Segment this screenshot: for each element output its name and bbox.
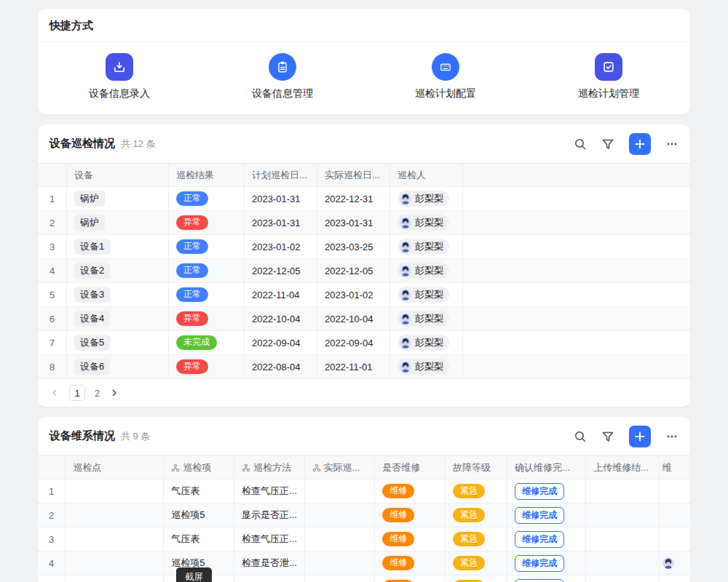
result-cell[interactable]: 正常 [169, 235, 245, 258]
table-row[interactable]: 8 设备6 异常 2022-08-04 2022-11-01 彭梨梨 [38, 355, 690, 379]
add-record-button[interactable] [629, 426, 651, 447]
actual-date-cell[interactable]: 2022-09-04 [317, 331, 390, 354]
table-row[interactable]: 1 气压表 检查气压正... 维修 紧急 维修完成 [38, 479, 690, 503]
result-cell[interactable]: 正常 [169, 259, 245, 282]
point-cell[interactable] [66, 527, 164, 551]
method-cell[interactable]: 检查是否泄... [234, 551, 305, 575]
device-cell[interactable]: 设备6 [67, 355, 169, 378]
column-header-actual[interactable]: 实际巡... [305, 456, 376, 479]
method-cell[interactable]: 显示是否正... [234, 503, 305, 527]
actual-cell[interactable] [305, 503, 376, 527]
device-cell[interactable]: 设备2 [67, 259, 169, 282]
device-cell[interactable]: 锅炉 [67, 211, 169, 234]
inspector-cell[interactable]: 彭梨梨 [390, 307, 463, 330]
level-cell[interactable]: 紧急 [446, 503, 507, 527]
column-header-upload[interactable]: 上传维修结... [586, 456, 659, 479]
actual-date-cell[interactable]: 2022-12-05 [317, 259, 390, 282]
actual-date-cell[interactable]: 2022-10-04 [317, 307, 390, 330]
plan-date-cell[interactable]: 2022-12-05 [245, 259, 317, 282]
actual-cell[interactable] [305, 551, 376, 575]
inspector-cell[interactable]: 彭梨梨 [390, 211, 463, 234]
device-cell[interactable]: 设备3 [67, 283, 169, 306]
actual-cell[interactable] [305, 527, 376, 551]
column-header-confirm[interactable]: 确认维修完... [507, 456, 586, 479]
search-icon[interactable] [574, 430, 587, 443]
upload-cell[interactable] [586, 479, 659, 503]
item-cell[interactable]: 气压表 [164, 527, 234, 551]
level-cell[interactable]: 紧急 [446, 551, 507, 575]
device-cell[interactable]: 设备1 [67, 235, 169, 258]
inspector-cell[interactable]: 彭梨梨 [390, 355, 463, 378]
confirm-cell[interactable]: 维修完成 [507, 575, 586, 582]
point-cell[interactable] [66, 575, 164, 582]
result-cell[interactable]: 异常 [169, 355, 245, 378]
level-cell[interactable]: 紧急 [446, 479, 507, 503]
confirm-cell[interactable]: 维修完成 [507, 503, 586, 527]
plan-date-cell[interactable]: 2022-10-04 [245, 307, 317, 330]
upload-cell[interactable] [586, 503, 659, 527]
method-cell[interactable]: 检查气压正... [234, 479, 305, 503]
inspector-cell[interactable]: 彭梨梨 [390, 331, 463, 354]
table-row[interactable]: 4 巡检项5 检查是否泄... 维修 紧急 维修完成 [38, 551, 690, 575]
filter-icon[interactable] [601, 430, 614, 443]
point-cell[interactable] [66, 503, 164, 527]
confirm-repair-button[interactable]: 维修完成 [515, 507, 564, 524]
inspector-cell[interactable]: 彭梨梨 [390, 283, 463, 306]
plan-date-cell[interactable]: 2022-09-04 [245, 331, 317, 354]
method-cell[interactable]: 检查气压正... [234, 527, 305, 551]
table-row[interactable]: 4 设备2 正常 2022-12-05 2022-12-05 彭梨梨 [38, 259, 690, 283]
column-header-result[interactable]: 巡检结果 [169, 164, 245, 186]
level-cell[interactable]: 紧急 [446, 527, 507, 551]
shortcut-plan-config[interactable]: 巡检计划配置 [415, 53, 476, 100]
search-icon[interactable] [574, 137, 587, 151]
plan-date-cell[interactable]: 2023-01-02 [245, 235, 317, 258]
more-icon[interactable] [665, 137, 678, 151]
confirm-repair-button[interactable]: 维修完成 [515, 555, 564, 572]
column-header-repairer[interactable]: 维 [660, 456, 690, 479]
confirm-repair-button[interactable]: 维修完成 [515, 579, 564, 582]
column-header-actual-date[interactable]: 实际巡检日... [317, 164, 390, 186]
shortcut-device-info-manage[interactable]: 设备信息管理 [252, 53, 313, 100]
result-cell[interactable]: 异常 [169, 307, 245, 330]
next-page-icon[interactable] [109, 388, 119, 398]
result-cell[interactable]: 异常 [169, 211, 245, 234]
result-cell[interactable]: 正常 [169, 187, 245, 210]
repair-cell[interactable]: 维修 [375, 527, 446, 551]
prev-page-icon[interactable] [50, 388, 60, 398]
plan-date-cell[interactable]: 2023-01-31 [245, 187, 317, 210]
page-2-button[interactable]: 2 [95, 388, 100, 399]
point-cell[interactable] [66, 479, 164, 503]
point-cell[interactable] [66, 551, 164, 575]
repairer-cell[interactable] [660, 551, 690, 575]
level-cell[interactable]: 紧急 [446, 575, 507, 582]
upload-cell[interactable] [586, 575, 659, 582]
repair-cell[interactable]: 维修 [375, 575, 446, 582]
column-header-inspector[interactable]: 巡检人 [390, 164, 463, 186]
upload-cell[interactable] [586, 551, 659, 575]
column-header-level[interactable]: 故障等级 [446, 456, 507, 479]
method-cell[interactable]: 显示是否正... [234, 575, 305, 582]
table-row[interactable]: 1 锅炉 正常 2023-01-31 2022-12-31 彭梨梨 [38, 187, 690, 211]
shortcut-plan-manage[interactable]: 巡检计划管理 [578, 53, 639, 100]
confirm-cell[interactable]: 维修完成 [507, 527, 586, 551]
inspector-cell[interactable]: 彭梨梨 [390, 187, 463, 210]
confirm-repair-button[interactable]: 维修完成 [515, 483, 564, 500]
table-row[interactable]: 6 设备4 异常 2022-10-04 2022-10-04 彭梨梨 [38, 307, 690, 331]
actual-date-cell[interactable]: 2023-03-25 [317, 235, 390, 258]
upload-cell[interactable] [586, 527, 659, 551]
column-header-device[interactable]: 设备 [67, 164, 169, 186]
table-row[interactable]: 7 设备5 未完成 2022-09-04 2022-09-04 彭梨梨 [38, 331, 690, 355]
repairer-cell[interactable] [660, 575, 690, 582]
item-cell[interactable]: 巡检项5 [164, 503, 234, 527]
table-row[interactable]: 2 巡检项5 显示是否正... 维修 紧急 维修完成 [38, 503, 690, 527]
device-cell[interactable]: 设备4 [67, 307, 169, 330]
table-row[interactable]: 5 巡检项5 显示是否正... 维修 紧急 维修完成 [38, 575, 690, 582]
plan-date-cell[interactable]: 2023-01-31 [245, 211, 317, 234]
actual-date-cell[interactable]: 2022-12-31 [317, 187, 390, 210]
repairer-cell[interactable] [660, 479, 690, 503]
confirm-cell[interactable]: 维修完成 [507, 479, 586, 503]
more-icon[interactable] [665, 430, 678, 443]
actual-date-cell[interactable]: 2023-01-02 [317, 283, 390, 306]
plan-date-cell[interactable]: 2022-08-04 [245, 355, 317, 378]
confirm-repair-button[interactable]: 维修完成 [515, 531, 564, 548]
